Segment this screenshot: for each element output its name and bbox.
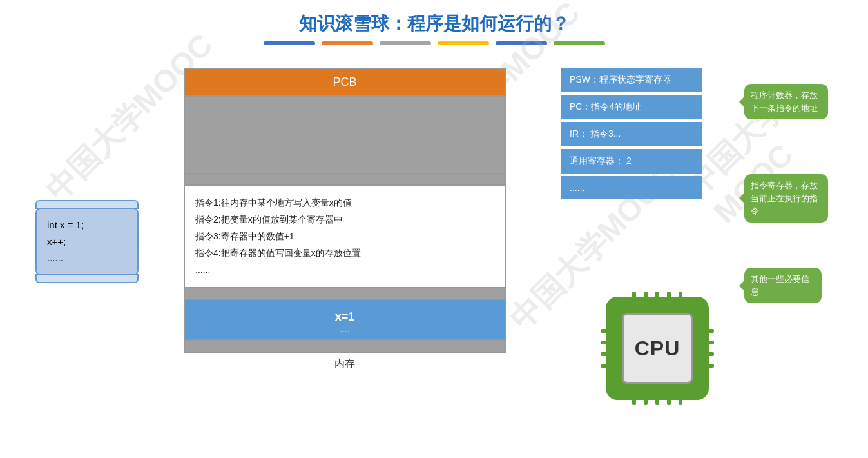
color-bar-4 xyxy=(438,41,489,45)
pin-left-1 xyxy=(601,329,608,333)
code-line-2: x++; xyxy=(47,234,127,250)
bubble-ir-text: 指令寄存器，存放当前正在执行的指令 xyxy=(751,181,818,215)
title-area: 知识滚雪球：程序是如何运行的？ xyxy=(0,0,868,45)
cpu-label: CPU xyxy=(635,337,680,361)
memory-container: PCB 指令1:往内存中某个地方写入变量x的值 指令2:把变量x的值放到某个寄存… xyxy=(184,68,506,371)
bubble-other: 其他一些必要信息 xyxy=(744,268,822,303)
pin-top-4 xyxy=(667,292,671,299)
color-bar-6 xyxy=(554,41,605,45)
pin-bot-4 xyxy=(667,397,671,405)
code-line-3: ...... xyxy=(47,250,127,266)
mem-gray-bottom xyxy=(185,341,505,352)
pin-left-2 xyxy=(601,341,608,344)
color-bar-5 xyxy=(496,41,547,45)
mem-pcb: PCB xyxy=(185,69,505,97)
instruction-3: 指令3:寄存器中的数值+1 xyxy=(195,228,494,245)
mem-gray-top xyxy=(185,97,505,174)
color-bar-2 xyxy=(322,41,373,45)
bubble-pc: 程序计数器，存放下一条指令的地址 xyxy=(744,84,828,119)
register-psw: PSW：程序状态字寄存器 xyxy=(561,68,702,92)
register-ir: IR： 指令3... xyxy=(561,122,702,146)
pin-right-1 xyxy=(706,329,714,333)
mem-data: x=1 .... xyxy=(185,300,505,341)
mem-instructions: 指令1:往内存中某个地方写入变量x的值 指令2:把变量x的值放到某个寄存器中 指… xyxy=(185,186,505,288)
code-scroll: int x = 1; x++; ...... xyxy=(35,200,139,283)
register-more: ...... xyxy=(561,176,702,199)
pin-top-1 xyxy=(632,292,636,299)
mem-gray-divider2 xyxy=(185,288,505,300)
pin-right-3 xyxy=(706,352,714,356)
pin-left-3 xyxy=(601,352,608,356)
chip-pins-right xyxy=(706,329,714,368)
bubble-ir: 指令寄存器，存放当前正在执行的指令 xyxy=(744,174,828,223)
bubble-pc-text: 程序计数器，存放下一条指令的地址 xyxy=(751,90,818,113)
instruction-4: 指令4:把寄存器的值写回变量x的存放位置 xyxy=(195,245,494,262)
instruction-2: 指令2:把变量x的值放到某个寄存器中 xyxy=(195,212,494,228)
pin-bot-1 xyxy=(632,397,636,405)
data-dots: .... xyxy=(185,324,505,334)
scroll-body: int x = 1; x++; ...... xyxy=(35,208,139,275)
pin-top-3 xyxy=(655,292,659,299)
cpu-chip-outer: CPU xyxy=(606,297,709,400)
pin-top-5 xyxy=(679,292,682,299)
pin-left-4 xyxy=(601,364,608,368)
register-pc: PC：指令4的地址 xyxy=(561,95,702,119)
instruction-dots: ...... xyxy=(195,262,494,279)
code-line-1: int x = 1; xyxy=(47,217,127,234)
color-bar-1 xyxy=(264,41,315,45)
scroll-bottom-curl xyxy=(35,274,139,283)
cpu-registers-panel: PSW：程序状态字寄存器 PC：指令4的地址 IR： 指令3... 通用寄存器：… xyxy=(561,68,702,202)
pin-bot-3 xyxy=(655,397,659,405)
pin-top-2 xyxy=(644,292,648,299)
chip-pins-left xyxy=(601,329,608,368)
mem-gray-divider1 xyxy=(185,174,505,186)
memory-label: 内存 xyxy=(184,357,506,371)
pin-bot-2 xyxy=(644,397,648,405)
cpu-chip: CPU xyxy=(606,297,709,400)
memory-block: PCB 指令1:往内存中某个地方写入变量x的值 指令2:把变量x的值放到某个寄存… xyxy=(184,68,506,353)
instruction-1: 指令1:往内存中某个地方写入变量x的值 xyxy=(195,195,494,212)
data-x-value: x=1 xyxy=(185,310,505,324)
page-title: 知识滚雪球：程序是如何运行的？ xyxy=(0,12,868,36)
pin-right-4 xyxy=(706,364,714,368)
cpu-chip-inner: CPU xyxy=(622,313,693,384)
pin-bot-5 xyxy=(679,397,682,405)
color-bars xyxy=(0,41,868,45)
chip-pins-bottom xyxy=(632,397,682,405)
bubble-other-text: 其他一些必要信息 xyxy=(751,274,809,297)
pin-right-2 xyxy=(706,341,714,344)
color-bar-3 xyxy=(380,41,431,45)
register-gr: 通用寄存器： 2 xyxy=(561,149,702,174)
chip-pins-top xyxy=(632,292,682,299)
